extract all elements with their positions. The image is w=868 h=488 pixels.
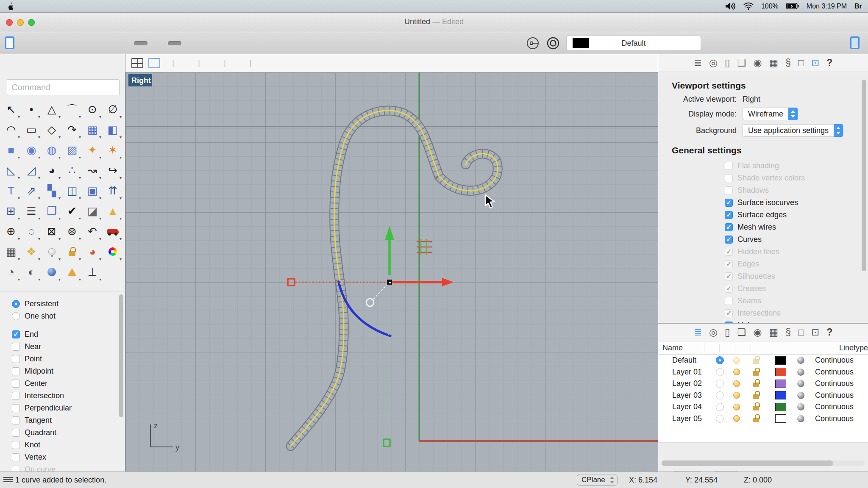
constraint-tool-icon[interactable]: ⊥ xyxy=(82,262,103,282)
osnap-option[interactable]: Perpendicular xyxy=(12,402,125,414)
radio-icon[interactable] xyxy=(12,312,20,320)
layer-lock-icon[interactable] xyxy=(753,359,759,364)
layer-material-icon[interactable] xyxy=(797,415,804,422)
viewport-tab[interactable] xyxy=(238,58,264,68)
display-option[interactable]: Curves xyxy=(725,233,868,246)
display-option[interactable]: Surface edges xyxy=(725,209,868,221)
sphere-tool-icon[interactable]: ◉ xyxy=(21,140,42,160)
single-viewport-icon[interactable] xyxy=(148,58,160,68)
checkbox-icon[interactable] xyxy=(725,260,733,268)
sphere-wire-tool-icon[interactable]: ◔ xyxy=(1,262,21,282)
layer-linetype[interactable]: Continuous xyxy=(815,379,854,388)
checkbox-icon[interactable] xyxy=(725,211,733,219)
layer-current-radio[interactable] xyxy=(716,380,724,388)
cplane-tool-icon[interactable]: ▦ xyxy=(1,241,21,262)
background-dropdown[interactable]: Use application settings xyxy=(743,124,843,137)
wifi-icon[interactable] xyxy=(743,3,754,10)
layer-linetype[interactable]: Continuous xyxy=(815,391,854,400)
distribute-tool-icon[interactable]: ☰ xyxy=(21,201,42,221)
layer-lock-icon[interactable] xyxy=(753,418,759,422)
pyramid-tool-icon[interactable]: ▲ xyxy=(103,201,123,221)
layer-linetype[interactable]: Continuous xyxy=(815,402,854,411)
layer-row[interactable]: Layer 01 Continuous xyxy=(658,366,868,378)
checkbox-icon[interactable] xyxy=(725,297,733,305)
checkbox-icon[interactable] xyxy=(725,272,733,280)
layer-name[interactable]: Layer 02 xyxy=(658,379,712,388)
radio-icon[interactable] xyxy=(12,300,20,308)
apple-menu-icon[interactable] xyxy=(8,3,14,10)
pointer-tool-icon[interactable]: ↖ xyxy=(1,99,21,119)
display-option[interactable]: Hidden lines xyxy=(725,246,868,258)
layer-color-swatch[interactable] xyxy=(775,380,786,388)
display-option[interactable]: Surface isocurves xyxy=(725,197,868,209)
layer-visibility-bulb-icon[interactable] xyxy=(733,392,740,399)
display-option[interactable]: Creases xyxy=(725,283,868,295)
layer-linetype[interactable]: Continuous xyxy=(815,356,854,365)
display-mode-dropdown[interactable]: Wireframe xyxy=(743,108,798,120)
properties-panel-icon[interactable]: ◎ xyxy=(709,327,718,337)
osnap-option[interactable]: Point xyxy=(12,353,125,365)
checkbox-icon[interactable] xyxy=(725,199,733,207)
surface-grid-tool-icon[interactable]: ▦ xyxy=(82,119,103,140)
checkbox-icon[interactable] xyxy=(12,355,20,363)
checkbox-icon[interactable] xyxy=(725,309,733,317)
explode-tool-icon[interactable]: ✶ xyxy=(103,140,123,160)
properties-panel-icon[interactable]: ◎ xyxy=(709,58,718,68)
layer-current-radio[interactable] xyxy=(716,403,724,411)
layer-name[interactable]: Default xyxy=(658,356,712,365)
checkbox-icon[interactable] xyxy=(12,380,20,388)
osnap-option[interactable]: End xyxy=(12,328,125,341)
viewport-canvas[interactable]: z y Right xyxy=(125,72,658,471)
viewport-tab[interactable] xyxy=(186,58,212,68)
osnap-option[interactable]: Midpoint xyxy=(12,365,125,377)
viewport-tab[interactable] xyxy=(212,58,238,68)
left-sidebar-toggle-icon[interactable] xyxy=(5,36,14,49)
trim-tool-icon[interactable]: ◺ xyxy=(1,160,21,180)
checkbox-icon[interactable] xyxy=(725,236,733,244)
layers-panel-icon[interactable]: ≣ xyxy=(694,327,702,337)
materials-panel-icon[interactable]: ▦ xyxy=(769,58,778,68)
layer-material-icon[interactable] xyxy=(797,380,804,387)
four-viewports-icon[interactable] xyxy=(131,58,143,68)
checkbox-icon[interactable] xyxy=(725,248,733,256)
rectangle-tool-icon[interactable]: ▭ xyxy=(21,119,42,140)
boolean-tool-icon[interactable]: ✦ xyxy=(82,140,103,160)
render-slice-tool-icon[interactable]: ◕ xyxy=(82,241,103,262)
cplane-dropdown[interactable]: CPlane xyxy=(577,474,618,486)
layer-visibility-bulb-icon[interactable] xyxy=(733,357,740,364)
help-panel-icon[interactable]: ? xyxy=(826,58,832,68)
layer-row[interactable]: Layer 02 Continuous xyxy=(658,378,868,390)
frame-panel-icon[interactable]: □ xyxy=(798,327,804,337)
sidebar-scrollbar[interactable] xyxy=(119,294,123,417)
frame-panel-icon[interactable]: □ xyxy=(798,58,804,68)
curve-tool-icon[interactable]: ⌒ xyxy=(62,99,82,119)
box-tool-icon[interactable]: ■ xyxy=(1,140,21,160)
extrude-tool-icon[interactable]: ⇈ xyxy=(103,180,123,201)
battery-icon[interactable] xyxy=(786,3,799,9)
layer-visibility-bulb-icon[interactable] xyxy=(733,415,740,422)
display-panel-icon[interactable]: ⊡ xyxy=(811,327,819,337)
display-panel-icon[interactable]: ⊡ xyxy=(811,58,819,68)
linetype-column-header[interactable]: Linetype xyxy=(839,344,868,352)
checkbox-icon[interactable] xyxy=(725,285,733,293)
zoom-selected-tool-icon[interactable]: ⊛ xyxy=(62,221,82,241)
ortho-toggle[interactable] xyxy=(90,41,92,45)
layer-current-radio[interactable] xyxy=(716,391,724,399)
object-panel-icon[interactable]: ❏ xyxy=(737,58,746,68)
layout-tool-icon[interactable]: ❖ xyxy=(21,241,42,262)
layer-name[interactable]: Layer 05 xyxy=(658,414,712,423)
display-option[interactable]: Seams xyxy=(725,295,868,307)
gumball-extrude-widget[interactable] xyxy=(417,239,432,255)
layer-row[interactable]: Default Continuous xyxy=(658,355,868,366)
checkbox-icon[interactable] xyxy=(12,330,20,338)
target-icon[interactable] xyxy=(546,36,560,50)
layer-name[interactable]: Layer 04 xyxy=(658,402,712,411)
notes-panel-icon[interactable]: ▯ xyxy=(725,327,730,337)
osnap-option[interactable]: Vertex xyxy=(12,451,125,463)
display-option[interactable]: Silhouettes xyxy=(725,270,868,283)
handle-curve-tool-icon[interactable]: ↝ xyxy=(82,160,103,180)
commands-panel-icon[interactable]: § xyxy=(785,327,791,337)
layer-material-icon[interactable] xyxy=(797,357,804,364)
cylinder-tool-icon[interactable]: ◍ xyxy=(42,140,62,160)
color-mix-tool-icon[interactable]: ◕ xyxy=(42,160,62,180)
